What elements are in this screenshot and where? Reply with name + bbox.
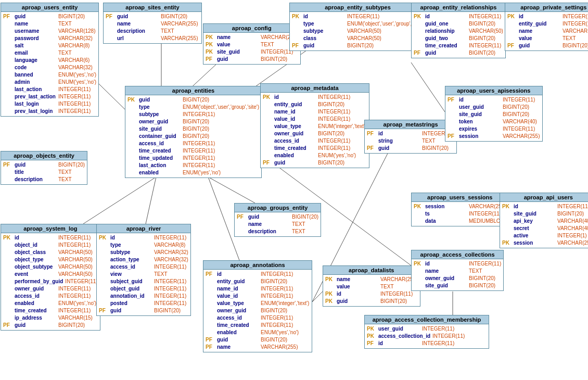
col-type: VARCHAR(50) (347, 28, 381, 35)
table-title: aproap_metastrings (365, 120, 456, 129)
col-type: INTEGER(11) (154, 234, 186, 242)
col-key (507, 35, 517, 42)
col-name: performed_by_guid (15, 278, 63, 285)
table-row: PKidINTEGER(11) (414, 13, 503, 20)
col-type: BIGINT(20) (318, 159, 344, 167)
table-aproap-river: aproap_river PKidINTEGER(11) typeVARCHAR… (96, 224, 191, 316)
table-row: PKnameVARCHAR(255) (325, 276, 418, 283)
table-row: time_createdINTEGER(11) (127, 147, 259, 155)
col-key: PF (206, 336, 215, 344)
col-type: INTEGER(11) (154, 300, 186, 307)
col-type: BIGINT(20) (380, 298, 407, 305)
table-row: PFnameVARCHAR(255) (206, 344, 310, 351)
table-row: time_updatedINTEGER(11) (127, 155, 259, 162)
col-name: entity_guid (274, 101, 316, 108)
col-key (127, 155, 137, 162)
col-type: VARCHAR(128) (58, 28, 96, 35)
col-name: action_type (110, 256, 152, 263)
col-name: id (15, 234, 56, 242)
col-key (263, 145, 272, 152)
col-key (325, 283, 335, 290)
table-row: PKidINTEGER(11) (502, 203, 588, 210)
table-title: aproap_config (203, 24, 300, 33)
table-row: descriptionTEXT (237, 228, 318, 235)
col-key (3, 300, 12, 307)
table-row: PKidINTEGER(11) (325, 290, 418, 298)
table-row: PFguidBIGINT(20) (237, 213, 318, 221)
col-type: TEXT (563, 35, 576, 42)
col-key (237, 221, 246, 228)
col-name: last_login (15, 100, 56, 108)
col-key (3, 278, 12, 285)
col-name: id (378, 340, 420, 347)
table-aproap-annotations: aproap_annotations PFidINTEGER(11) entit… (203, 260, 312, 352)
col-key: PK (292, 13, 301, 20)
col-name: guid (15, 13, 56, 20)
col-name: guid (519, 42, 560, 49)
table-body: PKidINTEGER(11) typeVARCHAR(8) subtypeVA… (97, 233, 190, 315)
col-type: ENUM('yes','no') (318, 152, 356, 159)
table-row: guid_twoBIGINT(20) (414, 35, 503, 42)
col-key: PF (106, 13, 115, 20)
table-row: usernameVARCHAR(128) (3, 28, 96, 35)
col-type: BIGINT(20) (557, 210, 584, 218)
col-key (263, 101, 272, 108)
col-key (414, 28, 423, 35)
table-body: PKidINTEGER(11) typeENUM('object','user'… (290, 12, 426, 50)
table-row: typeVARCHAR(8) (99, 242, 188, 249)
col-type: INTEGER(11) (58, 108, 91, 115)
table-row: descriptionTEXT (106, 28, 199, 35)
col-name: last_action (139, 162, 181, 169)
table-row: passwordVARCHAR(32) (3, 35, 96, 42)
col-key (206, 278, 215, 285)
table-body: PFidINTEGER(11) stringTEXT PFguidBIGINT(… (365, 129, 456, 153)
col-name: access_id (274, 137, 316, 145)
col-name: name (337, 276, 378, 283)
table-aproap-entities: aproap_entities PKguidBIGINT(20) typeENU… (125, 86, 262, 178)
col-name: description (248, 228, 290, 235)
col-key: PF (206, 344, 215, 351)
col-key: PF (448, 96, 457, 104)
col-name: guid (110, 307, 152, 314)
col-name: type (139, 104, 181, 111)
col-type: BIGINT(20) (183, 133, 209, 140)
col-name: user_guid (378, 325, 420, 333)
col-key: PF (206, 271, 215, 278)
col-name: language (15, 57, 56, 64)
col-type: INTEGER(11) (557, 203, 588, 210)
col-name: value_id (217, 293, 259, 300)
col-type: TEXT (422, 137, 436, 145)
col-name: access_id (15, 293, 56, 300)
table-row: PFguidBIGINT(20) (106, 13, 199, 20)
col-name: owner_guid (139, 118, 181, 125)
col-key (99, 278, 108, 285)
col-type: INTEGER(11) (154, 293, 186, 300)
col-name: code (15, 64, 56, 71)
table-aproap-metastrings: aproap_metastrings PFidINTEGER(11) strin… (364, 120, 457, 154)
col-type: ENUM('object','user','group','site') (183, 104, 259, 111)
table-title: aproap_metadata (261, 84, 369, 93)
col-type: BIGINT(20) (183, 96, 209, 104)
col-type: INTEGER(11) (261, 322, 293, 329)
col-key: PF (3, 13, 12, 20)
table-row: PKvalueTEXT (206, 41, 298, 48)
col-key: PK (502, 239, 512, 247)
col-type: INTEGER(11) (261, 285, 293, 293)
col-key (106, 35, 115, 42)
col-key (502, 210, 512, 218)
col-type: INTEGER(11) (58, 100, 91, 108)
col-key: PK (414, 13, 423, 20)
col-key (414, 35, 423, 42)
col-type: INTEGER(11) (469, 42, 501, 49)
table-body: PKnameVARCHAR(255) valueTEXT PKidINTEGER… (323, 275, 420, 306)
col-key: PK (507, 13, 517, 20)
table-aproap-config: aproap_config PKnameVARCHAR(255) PKvalue… (203, 23, 301, 65)
table-row: enabledENUM('yes','no') (127, 169, 259, 176)
col-name: banned (15, 71, 56, 79)
col-type: INTEGER(11) (261, 48, 293, 56)
col-name: name (519, 28, 560, 35)
table-row: postedINTEGER(11) (99, 300, 188, 307)
col-key: PF (3, 322, 12, 329)
col-name: enabled (274, 152, 316, 159)
col-name: admin (15, 79, 56, 86)
